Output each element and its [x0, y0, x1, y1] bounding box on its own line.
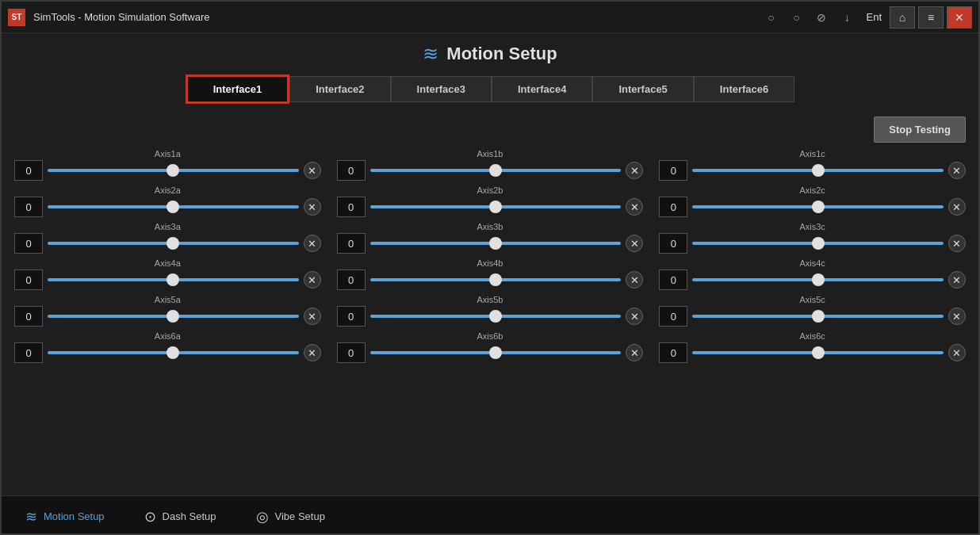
axis-slider-container-4c	[692, 272, 944, 288]
axis-reset-6c[interactable]: ✕	[948, 344, 966, 361]
axis-slider-6c[interactable]	[692, 351, 944, 354]
ctrl-icon-4[interactable]: ↓	[836, 6, 858, 29]
axis-reset-2c[interactable]: ✕	[948, 198, 966, 216]
axis-slider-container-3b	[370, 235, 622, 251]
axis-row-6c: Axis6c 0 ✕	[659, 331, 966, 363]
axis-reset-1b[interactable]: ✕	[626, 162, 643, 179]
axis-reset-2a[interactable]: ✕	[304, 198, 321, 216]
axis-slider-6b[interactable]	[370, 351, 622, 354]
home-button[interactable]: ⌂	[890, 6, 915, 29]
axis-reset-6a[interactable]: ✕	[304, 344, 321, 361]
axis-slider-1a[interactable]	[48, 169, 299, 172]
axis-slider-1b[interactable]	[370, 169, 622, 172]
axis-reset-1c[interactable]: ✕	[948, 162, 966, 179]
axis-slider-5b[interactable]	[370, 315, 622, 318]
axis-value-3b: 0	[337, 233, 366, 254]
axis-reset-5c[interactable]: ✕	[948, 308, 966, 325]
axis-value-1c: 0	[659, 160, 687, 181]
axis-slider-2b[interactable]	[370, 205, 622, 208]
nav-dash-setup[interactable]: ⊙ Dash Setup	[136, 503, 224, 530]
axis-reset-3b[interactable]: ✕	[626, 235, 643, 252]
axis-slider-2c[interactable]	[692, 205, 944, 208]
ctrl-icon-1[interactable]: ○	[760, 6, 782, 29]
axis-slider-4a[interactable]	[48, 278, 299, 281]
ctrl-icon-2[interactable]: ○	[785, 6, 807, 29]
content-area: Stop Testing Axis1a 0 ✕ Axis2a	[2, 110, 978, 495]
axis-row-6a: Axis6a 0 ✕	[14, 331, 321, 363]
axis-reset-5a[interactable]: ✕	[304, 308, 321, 325]
axis-control-6b: 0 ✕	[337, 342, 644, 363]
axis-slider-4b[interactable]	[370, 278, 622, 281]
tab-interface1[interactable]: Interface1	[186, 75, 289, 104]
axis-value-3c: 0	[659, 233, 687, 254]
axis-slider-3c[interactable]	[692, 242, 944, 245]
tab-interface6[interactable]: Interface6	[694, 76, 794, 102]
tab-interface5[interactable]: Interface5	[592, 76, 693, 102]
page-header: ≋ Motion Setup	[2, 33, 978, 71]
axis-row-2a: Axis2a 0 ✕	[14, 185, 321, 217]
axis-slider-3a[interactable]	[48, 242, 299, 245]
nav-dash-setup-label: Dash Setup	[163, 510, 216, 522]
ctrl-icon-3[interactable]: ⊘	[810, 6, 833, 29]
axis-reset-4a[interactable]: ✕	[304, 271, 321, 289]
axis-control-4a: 0 ✕	[14, 269, 321, 290]
axis-row-3a: Axis3a 0 ✕	[14, 222, 321, 254]
axis-column-c: Axis1c 0 ✕ Axis2c 0	[659, 149, 966, 489]
axis-slider-container-2c	[692, 199, 944, 215]
axis-slider-container-2a	[48, 199, 299, 215]
axis-slider-container-1c	[692, 162, 944, 178]
tab-interface4[interactable]: Interface4	[492, 76, 592, 102]
axis-slider-2a[interactable]	[48, 205, 299, 208]
axis-control-1b: 0 ✕	[337, 160, 644, 181]
axis-slider-6a[interactable]	[48, 351, 299, 354]
action-row: Stop Testing	[14, 117, 966, 143]
app-title: SimTools - Motion Simulation Software	[33, 11, 760, 23]
axis-slider-container-3c	[692, 235, 944, 251]
axis-value-5a: 0	[14, 306, 43, 327]
axis-slider-container-1b	[370, 162, 622, 178]
axis-control-2c: 0 ✕	[659, 197, 966, 217]
axes-grid: Axis1a 0 ✕ Axis2a 0	[14, 149, 966, 489]
axis-row-1a: Axis1a 0 ✕	[14, 149, 321, 181]
axis-control-4b: 0 ✕	[337, 269, 644, 290]
axis-value-4b: 0	[337, 269, 366, 290]
axis-slider-1c[interactable]	[692, 169, 944, 172]
axis-slider-container-6a	[48, 345, 299, 361]
axis-slider-4c[interactable]	[692, 278, 944, 281]
axis-slider-container-5b	[370, 308, 622, 324]
axis-label-1c: Axis1c	[659, 149, 966, 159]
axis-reset-1a[interactable]: ✕	[304, 162, 321, 179]
axis-control-3b: 0 ✕	[337, 233, 644, 254]
menu-button[interactable]: ≡	[918, 6, 944, 29]
axis-label-5c: Axis5c	[659, 295, 966, 304]
axis-reset-4b[interactable]: ✕	[626, 271, 643, 289]
axis-control-1c: 0 ✕	[659, 160, 966, 181]
axis-value-2a: 0	[14, 197, 43, 217]
tab-interface2[interactable]: Interface2	[289, 76, 390, 102]
axis-label-4a: Axis4a	[14, 258, 321, 268]
axis-column-a: Axis1a 0 ✕ Axis2a 0	[14, 149, 321, 489]
tab-interface3[interactable]: Interface3	[391, 76, 492, 102]
axis-reset-3c[interactable]: ✕	[948, 235, 966, 252]
nav-motion-setup[interactable]: ≋ Motion Setup	[17, 503, 113, 530]
close-button[interactable]: ✕	[947, 6, 972, 29]
axis-reset-6b[interactable]: ✕	[626, 344, 643, 361]
axis-control-5c: 0 ✕	[659, 306, 966, 327]
stop-testing-button[interactable]: Stop Testing	[874, 117, 966, 143]
axis-reset-5b[interactable]: ✕	[626, 308, 643, 325]
motion-setup-icon: ≋	[423, 43, 438, 65]
axis-slider-3b[interactable]	[370, 242, 622, 245]
nav-vibe-setup-label: Vibe Setup	[275, 510, 325, 522]
axis-slider-5c[interactable]	[692, 315, 944, 318]
axis-slider-container-3a	[48, 235, 299, 251]
axis-reset-2b[interactable]: ✕	[626, 198, 643, 216]
axis-value-5b: 0	[337, 306, 366, 327]
axis-value-4a: 0	[14, 269, 43, 290]
axis-label-3b: Axis3b	[337, 222, 644, 231]
title-bar: ST SimTools - Motion Simulation Software…	[2, 2, 978, 33]
axis-slider-5a[interactable]	[48, 315, 299, 318]
axis-reset-3a[interactable]: ✕	[304, 235, 321, 252]
axis-value-4c: 0	[659, 269, 687, 290]
nav-vibe-setup[interactable]: ◎ Vibe Setup	[248, 503, 333, 530]
axis-reset-4c[interactable]: ✕	[948, 271, 966, 289]
